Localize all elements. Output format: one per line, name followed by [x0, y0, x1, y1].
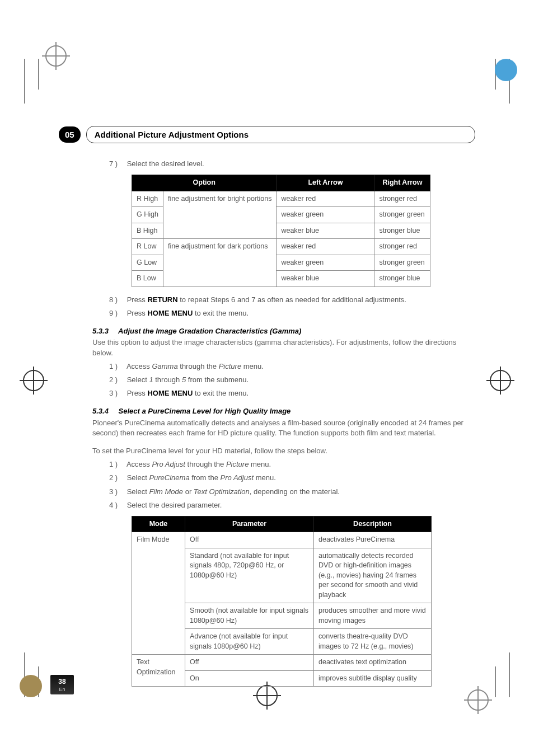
step-text: menu. — [241, 362, 264, 370]
menu-name-purecinema: PureCinema — [149, 473, 189, 482]
page-number: 38 — [50, 677, 74, 687]
step-text: menu. — [249, 460, 271, 468]
table-cell: deactivates PureCinema — [314, 532, 432, 548]
step-text: from the submenu. — [186, 375, 249, 384]
page-number-box: 38 En — [50, 675, 74, 694]
step-text: Access — [127, 460, 152, 468]
step-number: 3 ) — [109, 388, 125, 398]
step-number: 1 ) — [109, 361, 125, 372]
s533-step-2: 2 ) Select 1 through 5 from the submenu. — [109, 375, 475, 385]
step-text: Select — [127, 375, 149, 384]
step-number: 4 ) — [109, 500, 125, 510]
table-cell: stronger blue — [374, 223, 430, 239]
section-heading-534: 5.3.4 Select a PureCinema Level for High… — [92, 406, 475, 416]
step-text-pre: Press — [127, 309, 148, 317]
chapter-header: 05 Additional Picture Adjustment Options — [59, 126, 475, 143]
table-cell: Advance (not available for input signals… — [185, 629, 314, 655]
table-row: Text Optimization Off deactivates text o… — [132, 655, 432, 671]
step-text: through the — [185, 460, 226, 468]
table-header-row: Option Left Arrow Right Arrow — [132, 175, 430, 191]
step-text: Access — [127, 362, 152, 370]
section-intro: Use this option to adjust the image char… — [92, 337, 475, 358]
table-header: Mode — [132, 516, 185, 532]
table-cell: weaker blue — [277, 271, 374, 287]
step-text-post: to repeat Steps 6 and 7 as often as need… — [178, 295, 406, 304]
table-cell: automatically detects recorded DVD or hi… — [314, 548, 432, 603]
s534-step-2: 2 ) Select PureCinema from the Pro Adjus… — [109, 473, 475, 483]
crop-mark — [24, 59, 25, 104]
table-cell: fine adjustment for bright portions — [163, 191, 277, 239]
registration-mark-icon — [14, 669, 48, 703]
table-cell: converts theatre-quality DVD images to 7… — [314, 629, 432, 655]
table-cell: G High — [132, 207, 163, 223]
table-cell: weaker red — [277, 191, 374, 207]
section-paragraph: To set the PureCinema level for your HD … — [92, 446, 475, 456]
table-cell: stronger red — [374, 191, 430, 207]
table-row: Film Mode Off deactivates PureCinema — [132, 532, 432, 548]
step-text: Select — [127, 487, 149, 496]
table-cell: stronger green — [374, 255, 430, 271]
table-cell: fine adjustment for dark portions — [163, 239, 277, 287]
step-number: 9 ) — [109, 308, 125, 318]
button-label-home-menu: HOME MENU — [147, 309, 193, 317]
table-row: R High fine adjustment for bright portio… — [132, 191, 430, 207]
table-header: Left Arrow — [277, 175, 374, 191]
table-cell: Off — [185, 532, 314, 548]
step-number: 2 ) — [109, 375, 125, 385]
color-adjustment-table: Option Left Arrow Right Arrow R High fin… — [132, 175, 430, 287]
step-text: or — [183, 487, 194, 496]
menu-name-text-optimization: Text Optimization — [194, 487, 250, 496]
step-text: through — [153, 375, 182, 384]
crop-mark — [495, 666, 496, 697]
table-cell: Standard (not available for input signal… — [185, 548, 314, 603]
step-text: through the — [178, 362, 219, 370]
table-header: Description — [314, 516, 432, 532]
table-cell: deactivates text optimization — [314, 655, 432, 671]
button-label-home-menu: HOME MENU — [147, 389, 193, 397]
s533-step-3: 3 ) Press HOME MENU to exit the menu. — [109, 388, 475, 398]
table-cell: R Low — [132, 239, 163, 255]
button-label-return: RETURN — [147, 295, 177, 304]
table-cell: Off — [185, 655, 314, 671]
step-8: 8 ) Press RETURN to repeat Steps 6 and 7… — [109, 295, 475, 305]
s533-step-1: 1 ) Access Gamma through the Picture men… — [109, 361, 475, 372]
step-text: , depending on the material. — [250, 487, 340, 496]
section-number: 5.3.4 — [92, 407, 109, 415]
menu-name-picture: Picture — [219, 362, 241, 370]
crop-mark — [509, 652, 510, 697]
table-cell: weaker blue — [277, 223, 374, 239]
step-number: 1 ) — [109, 459, 125, 469]
table-cell: Smooth (not available for input signals … — [185, 603, 314, 629]
table-cell: stronger red — [374, 239, 430, 255]
table-cell: On — [185, 670, 314, 687]
registration-mark-icon — [39, 39, 73, 73]
table-cell: Film Mode — [132, 532, 185, 655]
table-cell: stronger green — [374, 207, 430, 223]
table-cell: improves subtitle display quality — [314, 670, 432, 687]
s534-step-4: 4 ) Select the desired parameter. — [109, 500, 475, 510]
step-text: menu. — [254, 473, 276, 482]
step-text-pre: Press — [127, 389, 148, 397]
table-cell: B Low — [132, 271, 163, 287]
step-text: Select the desired level. — [127, 159, 204, 168]
step-number: 3 ) — [109, 487, 125, 497]
step-7: 7 ) Select the desired level. — [109, 159, 475, 169]
svg-point-3 — [495, 59, 517, 81]
chapter-title: Additional Picture Adjustment Options — [95, 130, 249, 139]
table-header: Option — [132, 175, 277, 191]
step-text-post: to exit the menu. — [193, 389, 249, 397]
s534-step-3: 3 ) Select Film Mode or Text Optimizatio… — [109, 487, 475, 497]
registration-mark-icon — [17, 364, 50, 397]
table-cell: stronger blue — [374, 271, 430, 287]
step-text: Select — [127, 473, 149, 482]
section-title: Adjust the Image Gradation Characteristi… — [118, 327, 301, 335]
table-header: Right Arrow — [374, 175, 430, 191]
purecinema-table: Mode Parameter Description Film Mode Off… — [132, 516, 432, 687]
menu-name-film-mode: Film Mode — [149, 487, 183, 496]
table-cell: produces smoother and more vivid moving … — [314, 603, 432, 629]
menu-name-pro-adjust: Pro Adjust — [221, 473, 254, 482]
svg-point-13 — [20, 675, 42, 697]
menu-name-pro-adjust: Pro Adjust — [152, 460, 185, 468]
menu-name-picture: Picture — [226, 460, 249, 468]
table-header: Parameter — [185, 516, 314, 532]
